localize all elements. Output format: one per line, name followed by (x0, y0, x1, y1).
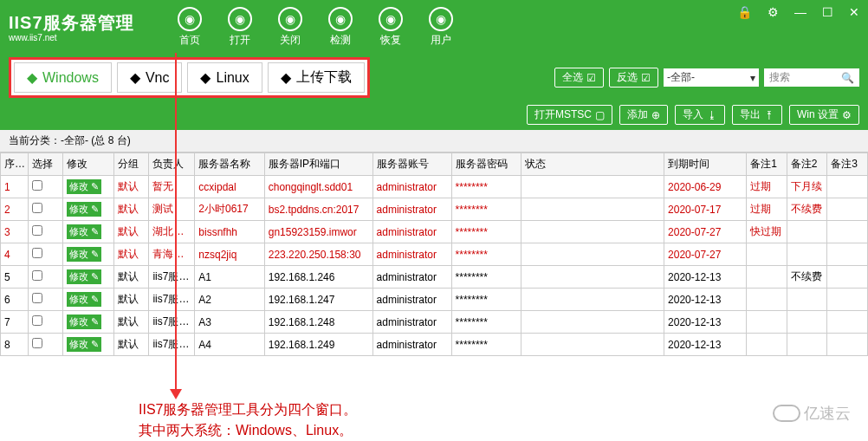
import-button[interactable]: 导入 ⭳ (675, 105, 725, 125)
toolbar-close[interactable]: ◉关闭 (278, 7, 302, 48)
column-header[interactable]: 备注2 (787, 153, 827, 176)
open-mstsc-button[interactable]: 打开MSTSC ▢ (527, 105, 612, 125)
check-icon: ☑ (641, 72, 651, 84)
toolbar-user[interactable]: ◉用户 (429, 7, 453, 48)
select-all-button[interactable]: 全选☑ (554, 68, 604, 88)
tab-windows[interactable]: ◆Windows (14, 62, 112, 93)
table-row[interactable]: 6修改 ✎默认iis7服务器A2192.168.1.247administrat… (1, 289, 868, 311)
table-row[interactable]: 4修改 ✎默认青海西宁nzsq2jiq223.220.250.158:30adm… (1, 243, 868, 266)
tab-上传下载[interactable]: ◆上传下载 (268, 62, 365, 93)
cell-note3 (827, 289, 868, 311)
column-header[interactable]: 负责人 (149, 153, 195, 176)
search-input[interactable]: 搜索🔍 (764, 68, 859, 87)
updown-icon: ◆ (281, 69, 291, 86)
maximize-icon[interactable]: ☐ (822, 5, 833, 19)
cell-password: ******** (451, 243, 521, 266)
modify-button[interactable]: 修改 ✎ (67, 315, 101, 329)
cell-seq: 8 (1, 334, 29, 356)
toolbar-link[interactable]: ◉打开 (228, 7, 252, 48)
user-icon: ◉ (429, 7, 453, 31)
column-header[interactable]: 服务器IP和端口 (264, 153, 372, 176)
modify-button[interactable]: 修改 ✎ (67, 292, 101, 307)
column-header[interactable]: 序号 (1, 153, 29, 176)
lock-icon[interactable]: 🔒 (737, 5, 752, 19)
cell-select[interactable] (28, 289, 62, 311)
cell-account: administrator (372, 198, 451, 221)
column-header[interactable]: 状态 (521, 153, 664, 176)
column-header[interactable]: 分组 (114, 153, 149, 176)
column-header[interactable]: 服务器密码 (451, 153, 521, 176)
invert-select-button[interactable]: 反选☑ (609, 68, 658, 88)
minimize-icon[interactable]: — (794, 5, 806, 19)
cell-note2: 不续费 (787, 266, 827, 289)
row-checkbox[interactable] (32, 293, 42, 303)
cell-ip: 192.168.1.248 (264, 311, 372, 334)
cell-expiry: 2020-12-13 (664, 334, 747, 356)
column-header[interactable]: 选择 (28, 153, 62, 176)
cell-seq: 7 (1, 311, 29, 334)
settings-icon[interactable]: ⚙ (768, 5, 779, 19)
cell-select[interactable] (28, 243, 62, 266)
add-button[interactable]: 添加 ⊕ (619, 105, 668, 125)
column-header[interactable]: 到期时间 (664, 153, 747, 176)
cell-ip: 223.220.250.158:30 (264, 243, 372, 266)
table-body: 1修改 ✎默认暂无ccxipdalchongqinglt.sdd01admini… (1, 176, 868, 356)
cell-select[interactable] (28, 198, 62, 221)
modify-button[interactable]: 修改 ✎ (67, 269, 101, 284)
row-checkbox[interactable] (32, 270, 42, 281)
table-row[interactable]: 2修改 ✎默认测试2小时0617bs2.tpddns.cn:2017admini… (1, 198, 868, 221)
column-header[interactable]: 备注3 (827, 153, 868, 176)
cell-password: ******** (451, 289, 521, 311)
modify-button[interactable]: 修改 ✎ (67, 202, 101, 217)
column-header[interactable]: 备注1 (747, 153, 787, 176)
toolbar-wrench[interactable]: ◉恢复 (379, 7, 403, 48)
row-checkbox[interactable] (32, 203, 42, 213)
table-row[interactable]: 3修改 ✎默认湖北黄冈bissnfhhgn15923159.imworadmin… (1, 221, 868, 243)
modify-button[interactable]: 修改 ✎ (67, 179, 101, 194)
table-row[interactable]: 8修改 ✎默认iis7服务器A4192.168.1.249administrat… (1, 334, 868, 356)
table-row[interactable]: 5修改 ✎默认iis7服务器A1192.168.1.246administrat… (1, 266, 868, 289)
cell-owner: iis7服务器 (149, 266, 195, 289)
cell-note2: 不续费 (787, 198, 827, 221)
cell-select[interactable] (28, 176, 62, 198)
row-checkbox[interactable] (32, 248, 42, 258)
cell-select[interactable] (28, 311, 62, 334)
app-window: IIS7服务器管理 www.iis7.net ◉首页◉打开◉关闭◉检测◉恢复◉用… (0, 0, 868, 130)
cell-account: administrator (372, 176, 451, 198)
link-icon: ◉ (228, 7, 252, 31)
toolbar-home[interactable]: ◉首页 (178, 7, 202, 48)
close-icon[interactable]: ✕ (849, 5, 859, 19)
table-row[interactable]: 7修改 ✎默认iis7服务器A3192.168.1.248administrat… (1, 311, 868, 334)
cell-account: administrator (372, 289, 451, 311)
cell-select[interactable] (28, 221, 62, 243)
table-row[interactable]: 1修改 ✎默认暂无ccxipdalchongqinglt.sdd01admini… (1, 176, 868, 198)
win-settings-button[interactable]: Win 设置 ⚙ (789, 105, 859, 125)
toolbar-search[interactable]: ◉检测 (328, 7, 353, 48)
cell-group: 默认 (114, 289, 149, 311)
modify-button[interactable]: 修改 ✎ (67, 247, 101, 262)
column-header[interactable]: 服务器账号 (372, 153, 451, 176)
filter-select[interactable]: -全部-▾ (664, 68, 759, 87)
column-header[interactable]: 服务器名称 (195, 153, 264, 176)
cell-note2 (787, 289, 827, 311)
cell-name: A4 (195, 334, 264, 356)
row-checkbox[interactable] (32, 338, 42, 348)
export-button[interactable]: 导出 ⭱ (732, 105, 782, 125)
cell-ip: chongqinglt.sdd01 (264, 176, 372, 198)
cell-name: 2小时0617 (195, 198, 264, 221)
modify-button[interactable]: 修改 ✎ (67, 337, 101, 352)
tab-linux[interactable]: ◆Linux (187, 62, 262, 93)
cell-seq: 6 (1, 289, 29, 311)
row-checkbox[interactable] (32, 315, 42, 326)
tab-vnc[interactable]: ◆Vnc (117, 62, 183, 93)
cell-select[interactable] (28, 266, 62, 289)
cell-note2 (787, 243, 827, 266)
cell-note2: 下月续 (787, 176, 827, 198)
row-checkbox[interactable] (32, 225, 42, 236)
cell-select[interactable] (28, 334, 62, 356)
column-header[interactable]: 修改 (62, 153, 113, 176)
modify-button[interactable]: 修改 ✎ (67, 224, 101, 239)
cell-password: ******** (451, 221, 521, 243)
annotation-line: 其中两大系统：Windows、Linux。 (139, 420, 868, 441)
row-checkbox[interactable] (32, 180, 42, 191)
